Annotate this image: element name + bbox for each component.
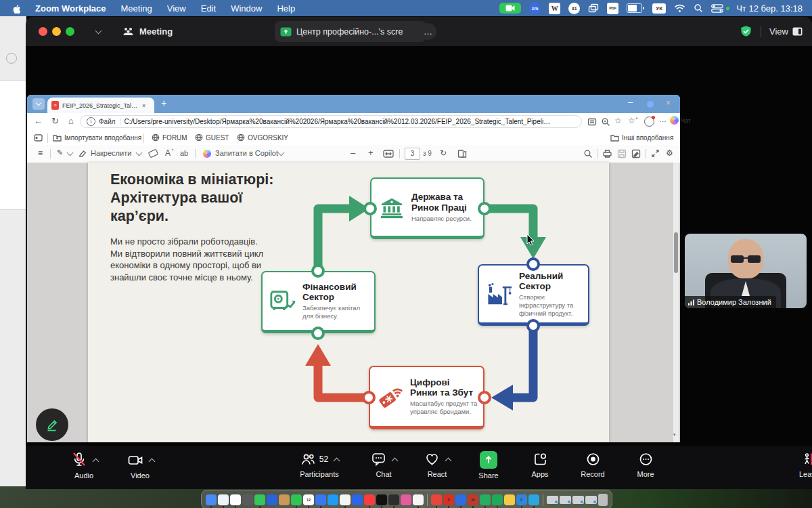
dock-app-icon[interactable]: 12 — [303, 494, 314, 505]
home-icon[interactable]: ⌂ — [68, 116, 74, 126]
search-icon[interactable] — [583, 149, 593, 158]
dock-app-icon[interactable]: W — [468, 494, 478, 505]
profile-avatar[interactable] — [644, 117, 654, 127]
info-icon[interactable]: i — [87, 117, 95, 126]
bookmark-site[interactable]: OVGORSKIY — [248, 134, 288, 142]
copilot-ask-label[interactable]: Запитати в Copilot — [215, 149, 278, 157]
chevron-down-icon[interactable] — [67, 150, 74, 156]
share-button[interactable]: Share — [460, 451, 517, 480]
pdf-app-icon[interactable]: PDF — [607, 3, 618, 14]
sidebar-icon[interactable] — [34, 134, 43, 142]
menubar-item[interactable]: Window — [231, 3, 262, 14]
caret-up-icon[interactable] — [92, 458, 99, 465]
apple-icon[interactable] — [12, 3, 22, 14]
leave-button[interactable]: Leave — [781, 451, 812, 478]
dock-app-icon[interactable] — [267, 494, 277, 505]
window-restore-button[interactable] — [647, 101, 654, 108]
camera-active-indicator[interactable] — [499, 3, 521, 14]
save-icon[interactable] — [617, 149, 627, 158]
menubar-item[interactable]: Help — [277, 3, 295, 14]
word-app-icon[interactable]: W — [549, 3, 560, 14]
dock-minimized-window[interactable] — [547, 496, 558, 504]
dock-app-icon[interactable] — [480, 494, 491, 505]
dock-trash-icon[interactable] — [598, 494, 608, 506]
participants-button[interactable]: 52 Participants — [286, 451, 353, 478]
annotate-button[interactable] — [36, 408, 68, 441]
contents-icon[interactable]: ≡ — [38, 148, 43, 158]
dock-app-icon[interactable] — [206, 494, 217, 505]
dock-app-icon[interactable] — [528, 494, 539, 505]
text-select-icon[interactable]: ab — [180, 149, 188, 157]
chevron-down-icon[interactable] — [136, 150, 143, 156]
browser-tab-active[interactable]: ≡ FEIP_2026_Strategic_Talent_Pipelin × — [47, 98, 154, 113]
dock-app-icon[interactable] — [230, 494, 241, 505]
dock-minimized-window[interactable] — [560, 496, 571, 504]
wifi-icon[interactable] — [674, 4, 685, 13]
dock-minimized-window[interactable] — [585, 496, 597, 504]
copilot-chat-button[interactable]: Чат — [670, 116, 691, 125]
window-close-button[interactable]: × — [666, 98, 671, 108]
chat-button[interactable]: Chat — [355, 451, 412, 478]
zoom-out-button[interactable]: – — [351, 148, 355, 158]
minimize-window-button[interactable] — [52, 27, 61, 36]
dock-app-icon[interactable] — [388, 494, 399, 505]
dock-app-icon[interactable] — [431, 494, 442, 505]
window-minimize-button[interactable]: – — [628, 97, 633, 107]
record-button[interactable]: Record — [564, 451, 621, 478]
security-shield-icon[interactable] — [740, 25, 752, 38]
battery-icon[interactable] — [627, 3, 644, 13]
bookmark-site[interactable]: FORUM — [162, 134, 187, 142]
audio-button[interactable]: Audio — [55, 451, 112, 480]
menubar-item[interactable]: View — [167, 3, 186, 14]
favorite-star-icon[interactable]: ☆ — [614, 116, 622, 125]
immersive-reader-icon[interactable] — [587, 117, 597, 127]
dock-app-icon[interactable] — [376, 494, 387, 505]
rotate-icon[interactable]: ↻ — [440, 148, 447, 158]
dock-app-icon[interactable] — [455, 494, 466, 505]
dock-app-icon[interactable] — [364, 494, 375, 505]
search-icon[interactable] — [694, 3, 703, 13]
dock-app-icon[interactable] — [492, 494, 503, 505]
dock-app-icon[interactable]: P — [443, 494, 454, 505]
settings-gear-icon[interactable]: ⚙ — [666, 148, 673, 158]
dock-app-icon[interactable] — [504, 494, 515, 505]
apps-button[interactable]: Apps — [512, 451, 568, 478]
page-view-icon[interactable] — [457, 149, 467, 158]
dock-app-icon[interactable] — [315, 494, 326, 505]
chevron-down-icon[interactable] — [95, 27, 102, 34]
caret-up-icon[interactable] — [392, 457, 399, 464]
caret-up-icon[interactable] — [334, 457, 340, 464]
menubar-app-name[interactable]: Zoom Workplace — [35, 3, 106, 14]
read-aloud-icon[interactable]: A⌃ — [165, 148, 175, 158]
scroll-down-arrow[interactable]: ▾ — [673, 432, 676, 438]
macos-dock[interactable]: 12PWF — [201, 490, 612, 508]
print-icon[interactable] — [602, 149, 612, 158]
bookmark-site[interactable]: GUEST — [206, 134, 229, 142]
browser-menu-icon[interactable]: … — [659, 115, 667, 123]
dock-app-icon[interactable] — [401, 494, 411, 505]
mission-control-icon[interactable] — [588, 3, 599, 13]
highlighter-icon[interactable] — [78, 149, 87, 158]
draw-label[interactable]: Накреслити — [91, 149, 131, 157]
chevron-down-icon[interactable] — [278, 150, 285, 156]
pen-tool-icon[interactable]: ✎ — [57, 148, 63, 157]
pdf-scrollbar[interactable]: ▾ — [673, 163, 679, 442]
keyboard-layout-indicator[interactable]: УК — [652, 3, 666, 14]
favorites-add-icon[interactable]: ☆+ — [628, 116, 638, 125]
close-window-button[interactable] — [39, 27, 47, 36]
caret-up-icon[interactable] — [445, 457, 452, 464]
tab-search-button[interactable] — [32, 98, 45, 110]
menubar-clock[interactable]: Чт 12 бер. 13:18 — [736, 3, 803, 14]
fullscreen-icon[interactable] — [651, 149, 660, 158]
video-button[interactable]: Video — [112, 451, 168, 480]
refresh-icon[interactable]: ↻ — [51, 116, 59, 126]
view-button-label[interactable]: View — [769, 26, 788, 37]
share-tab-more-button[interactable]: … — [420, 23, 436, 40]
dock-app-icon[interactable] — [413, 494, 424, 505]
meeting-tab-label[interactable]: Meeting — [139, 26, 173, 37]
more-button[interactable]: More — [617, 451, 674, 478]
zoom-out-icon[interactable] — [601, 117, 610, 127]
dock-app-icon[interactable]: F — [516, 494, 527, 505]
menubar-item[interactable]: Meeting — [121, 3, 152, 14]
react-button[interactable]: React — [409, 451, 466, 478]
